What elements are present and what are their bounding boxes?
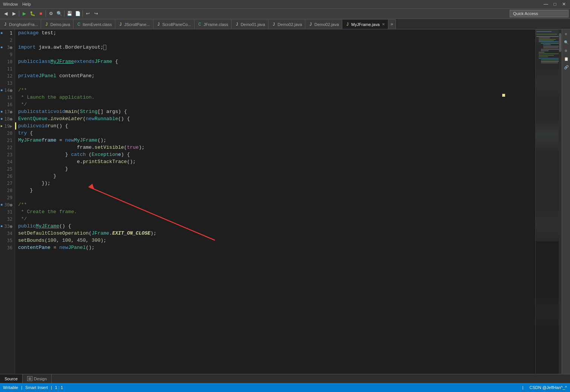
quick-access-input[interactable]: [510, 10, 568, 17]
toolbar-nav-group: ◀ ▶ ▶ 🐛 ■ ⚙ 🔍 💾 📄 ↩ ↪: [2, 9, 100, 18]
bottom-tab-design[interactable]: ⊞ Design: [23, 374, 52, 383]
tab-close-myjframe[interactable]: ✕: [382, 22, 385, 26]
svg-rect-2: [536, 31, 552, 32]
status-sep-1: |: [21, 385, 22, 390]
code-line-23: } catch (Exception e) {: [15, 151, 535, 158]
line-29: 29: [0, 194, 15, 201]
sidebar-icon-1[interactable]: ≡: [563, 31, 570, 38]
svg-rect-21: [541, 61, 560, 62]
tab-label-itemevent: ItemEvent.class: [83, 22, 112, 27]
new-button[interactable]: 📄: [74, 9, 82, 18]
minimap: [535, 29, 562, 383]
status-smart-insert[interactable]: Smart Insert: [25, 385, 48, 390]
tab-jscrollpane[interactable]: J JScrollPane...: [115, 19, 153, 29]
code-line-3: import java.awt.BorderLayout;: [15, 44, 535, 51]
tab-demo-java[interactable]: J Demo.java: [41, 19, 74, 29]
toolbar-sep-2: [46, 10, 46, 17]
line-34: 34: [0, 230, 15, 237]
sidebar-icon-3[interactable]: ⚙: [563, 47, 570, 54]
svg-rect-22: [541, 63, 558, 63]
tab-itemevent[interactable]: C ItemEvent.class: [74, 19, 115, 29]
line-number-gutter: 1 2 3● 9 10 11 12 13 14● 15 16 17● 18● 1…: [0, 29, 15, 383]
minimize-button[interactable]: —: [543, 1, 549, 7]
tab-myjframe[interactable]: J MyJFrame.java ✕: [342, 19, 388, 29]
code-line-36: contentPane = new JPanel();: [15, 244, 535, 251]
svg-rect-6: [539, 39, 556, 40]
line-15: 15: [0, 94, 15, 101]
line-27: 27: [0, 180, 15, 187]
line-33: 33●: [0, 223, 15, 230]
line-13: 13: [0, 79, 15, 87]
forward-button[interactable]: ▶: [10, 9, 18, 18]
back-button[interactable]: ◀: [2, 9, 10, 18]
line-26: 26: [0, 172, 15, 180]
line-25: 25: [0, 165, 15, 172]
redo-button[interactable]: ↪: [92, 9, 100, 18]
tab-scrollpaneco[interactable]: J ScrollPaneCo...: [153, 19, 195, 29]
sidebar-icon-4[interactable]: 📋: [563, 56, 570, 63]
minimap-scrollbar[interactable]: [559, 29, 562, 383]
undo-button[interactable]: ↩: [84, 9, 92, 18]
minimap-scrollbar-thumb: [559, 33, 561, 52]
line-20: 20: [0, 130, 15, 137]
line-9: 9: [0, 51, 15, 58]
bottom-tab-source[interactable]: Source: [0, 374, 23, 383]
status-sep-2: |: [51, 385, 52, 390]
code-line-17: public static void main(String[] args) {: [15, 108, 535, 115]
sidebar-icon-2[interactable]: 🔍: [563, 39, 570, 46]
tab-overflow[interactable]: »: [388, 19, 396, 29]
tab-jframe-class[interactable]: C JFrame.class: [195, 19, 231, 29]
code-line-13: [15, 79, 535, 87]
code-editor[interactable]: package test; import java.awt.BorderLayo…: [15, 29, 535, 383]
tab-icon-demo02-2: J: [308, 22, 313, 27]
menu-help[interactable]: Help: [22, 2, 31, 6]
tab-demo02-1[interactable]: J Demo02.java: [268, 19, 305, 29]
line-19: 19▶: [0, 122, 15, 130]
run-button[interactable]: ▶: [20, 9, 28, 18]
line-16: 16: [0, 101, 15, 108]
tab-label-myjframe: MyJFrame.java: [351, 22, 380, 27]
debug-button[interactable]: 🐛: [28, 9, 37, 18]
svg-rect-16: [539, 53, 561, 54]
line-31: 31: [0, 208, 15, 215]
build-button[interactable]: ⚙: [47, 9, 55, 18]
title-bar-menu: Window Help: [3, 2, 31, 6]
save-button[interactable]: 💾: [65, 9, 74, 18]
close-button[interactable]: ✕: [561, 1, 567, 7]
status-writable[interactable]: Writable: [3, 385, 18, 390]
tab-label-demo01: Demo01.java: [241, 22, 265, 27]
code-line-1: package test;: [15, 29, 535, 37]
code-line-34: setDefaultCloseOperation(JFrame.EXIT_ON_…: [15, 230, 535, 237]
tab-label-donghuanfra: DonghuanFra...: [9, 22, 38, 27]
tab-label-demo-java: Demo.java: [50, 22, 70, 27]
warning-marker-line19: [15, 122, 16, 130]
svg-rect-19: [539, 58, 559, 59]
sidebar-icon-5[interactable]: 🔗: [563, 64, 570, 71]
line-12: 12: [0, 72, 15, 79]
minimap-svg: [536, 29, 562, 383]
svg-rect-15: [539, 52, 544, 53]
maximize-button[interactable]: □: [552, 1, 558, 7]
line-14: 14●: [0, 87, 15, 94]
tab-icon-scrollpaneco: J: [156, 22, 161, 27]
svg-rect-5: [539, 38, 550, 38]
code-line-27: });: [15, 180, 535, 187]
tab-demo02-2[interactable]: J Demo02.java: [305, 19, 342, 29]
svg-rect-8: [539, 41, 561, 42]
code-line-15: * Launch the application.: [15, 94, 535, 101]
status-position: 1 : 1: [55, 385, 63, 390]
code-line-28: }: [15, 187, 535, 194]
tab-donghuanfra[interactable]: J DonghuanFra...: [0, 19, 41, 29]
tab-demo01[interactable]: J Demo01.java: [231, 19, 268, 29]
stop-button[interactable]: ■: [37, 9, 45, 18]
toolbar-sep-3: [64, 10, 64, 17]
svg-rect-12: [543, 47, 558, 48]
bottom-tab-design-icon: ⊞: [27, 376, 32, 381]
line-36: 36: [0, 244, 15, 251]
code-line-35: setBounds(100, 100, 450, 300);: [15, 237, 535, 244]
line-1: 1: [0, 29, 15, 37]
code-line-11: [15, 65, 535, 72]
tab-label-jframe-class: JFrame.class: [204, 22, 228, 27]
menu-window[interactable]: Window: [3, 2, 18, 6]
search-button[interactable]: 🔍: [55, 9, 63, 18]
